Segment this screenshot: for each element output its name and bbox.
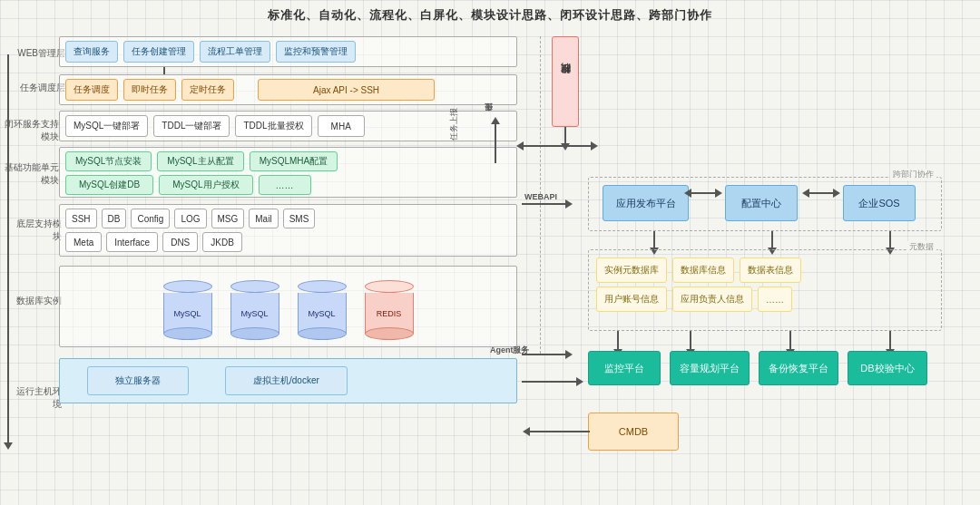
config-sos-arrow — [808, 192, 835, 194]
bottom-item-mail: Mail — [249, 209, 278, 228]
db-layer-label: 数据库实例 — [9, 295, 62, 307]
task-layer-label: 任务调度层 — [13, 82, 65, 94]
base-item-2: MySQL主从配置 — [157, 151, 243, 171]
page-title: 标准化、自动化、流程化、白屏化、模块设计思路、闭环设计思路、跨部门协作 — [268, 7, 712, 24]
meta-backup-arrow — [789, 331, 791, 351]
runtime-cmdb-arrow — [522, 381, 578, 383]
task-item-1: 任务调度 — [65, 79, 118, 101]
bottom-item-log: LOG — [174, 209, 206, 228]
runtime-item-2: 虚拟主机/docker — [225, 366, 348, 395]
cross-meta-arrow — [653, 231, 655, 249]
base-item-6: …… — [259, 175, 311, 195]
cmdb-box: CMDB — [588, 413, 679, 451]
agent-arrow — [522, 354, 567, 355]
task-item-2: 即时任务 — [123, 79, 176, 101]
db-cylinder-2: MySQL — [230, 280, 279, 340]
task-up-label: 任务上报 — [448, 108, 460, 141]
cross-meta-arrow2 — [771, 231, 773, 249]
web-item-1: 查询服务 — [65, 41, 118, 63]
base-item-4: MySQL创建DB — [65, 175, 153, 195]
base-item-5: MySQL用户授权 — [159, 175, 252, 195]
web-layer-label: WEB管理层 — [13, 47, 65, 60]
backup-platform-box: 备份恢复平台 — [759, 351, 838, 385]
runtime-layer-label: 运行主机环境 — [9, 385, 62, 411]
cmdb-runtime-arrow — [528, 431, 590, 432]
meta-item-3: 数据表信息 — [740, 257, 801, 283]
arrow-web-task — [163, 67, 165, 74]
bottom-item-jkdb: JKDB — [202, 232, 242, 252]
loop-layer-label: 闭环服务支持模块 — [5, 118, 59, 143]
diagram-wrapper: 标准化、自动化、流程化、白屏化、模块设计思路、闭环设计思路、跨部门协作 WEB管… — [0, 0, 980, 505]
runtime-item-1: 独立服务器 — [87, 366, 189, 395]
left-webapi-arrow — [522, 145, 593, 147]
cross-meta-arrow3 — [889, 231, 891, 249]
capacity-platform-box: 容量规划平台 — [670, 351, 750, 385]
meta-group: 元数据 实例元数据库 数据库信息 数据表信息 用户账号信息 应用负责人信息 …… — [588, 249, 942, 331]
enterprise-sos-box: 企业SOS — [843, 185, 916, 221]
base-item-3: MySQLMHA配置 — [250, 151, 338, 171]
db-layer: MySQL MySQL MySQL REDIS — [59, 266, 517, 347]
bottom-item-dns: DNS — [162, 232, 198, 252]
bottom-layer-label: 底层支持模块 — [9, 218, 62, 243]
cross-dept-group: 跨部门协作 应用发布平台 配置中心 企业SOS — [588, 177, 942, 231]
webapi-label: WEBAPI — [524, 192, 557, 201]
web-item-4: 监控和预警管理 — [276, 41, 356, 63]
bottom-item-sms: SMS — [283, 209, 316, 228]
bottom-item-meta: Meta — [65, 232, 102, 252]
base-item-1: MySQL节点安装 — [65, 151, 152, 171]
base-layer: MySQL节点安装 MySQL主从配置 MySQLMHA配置 MySQL创建DB… — [59, 147, 517, 198]
bottom-item-msg: MSG — [211, 209, 245, 228]
task-item-3: 定时任务 — [181, 79, 234, 101]
permission-box: 权限控制 — [552, 36, 579, 127]
meta-item-2: 数据库信息 — [672, 257, 734, 283]
web-item-3: 流程工单管理 — [200, 41, 270, 63]
bottom-item-interface: Interface — [106, 232, 158, 252]
loop-item-1: MySQL一键部署 — [65, 115, 148, 137]
meta-item-1: 实例元数据库 — [596, 257, 667, 283]
db-cylinder-3: MySQL — [298, 280, 347, 340]
meta-item-4: 用户账号信息 — [596, 286, 667, 312]
task-item-4: Ajax API -> SSH — [258, 79, 435, 101]
webapi-arrow — [522, 203, 567, 205]
bottom-item-config: Config — [131, 209, 170, 228]
meta-capacity-arrow — [690, 331, 691, 351]
task-up-line — [495, 122, 496, 163]
meta-label: 元数据 — [906, 241, 936, 253]
loop-item-3: TDDL批量授权 — [235, 115, 311, 137]
permission-down-arrow — [564, 127, 566, 145]
dbcheck-platform-box: DB校验中心 — [848, 351, 927, 385]
base-layer-label: 基础功能单元模块 — [5, 161, 59, 187]
meta-monitor-arrow — [617, 331, 619, 351]
web-layer: 查询服务 任务创建管理 流程工单管理 监控和预警管理 — [59, 36, 517, 67]
runtime-layer: 独立服务器 虚拟主机/docker — [59, 358, 517, 403]
bottom-item-ssh: SSH — [65, 209, 97, 228]
config-center-box: 配置中心 — [725, 185, 798, 221]
app-config-arrow — [690, 192, 717, 194]
cross-dept-label: 跨部门协作 — [890, 169, 936, 180]
loop-item-2: TDDL一键部署 — [153, 115, 230, 137]
db-cylinder-1: MySQL — [163, 280, 212, 340]
task-layer: 任务调度 即时任务 定时任务 Ajax API -> SSH — [59, 74, 517, 105]
meta-item-6: …… — [758, 286, 792, 312]
monitor-platform-box: 监控平台 — [588, 351, 661, 385]
meta-item-5: 应用负责人信息 — [672, 286, 752, 312]
bottom-layer: SSH DB Config LOG MSG Mail SMS Meta Inte… — [59, 204, 517, 257]
app-platform-box: 应用发布平台 — [603, 185, 689, 221]
loop-item-4: MHA — [318, 115, 365, 137]
web-item-2: 任务创建管理 — [123, 41, 194, 63]
meta-dbcheck-arrow — [889, 331, 891, 351]
db-cylinder-redis: REDIS — [365, 280, 414, 340]
bottom-item-db: DB — [102, 209, 127, 228]
